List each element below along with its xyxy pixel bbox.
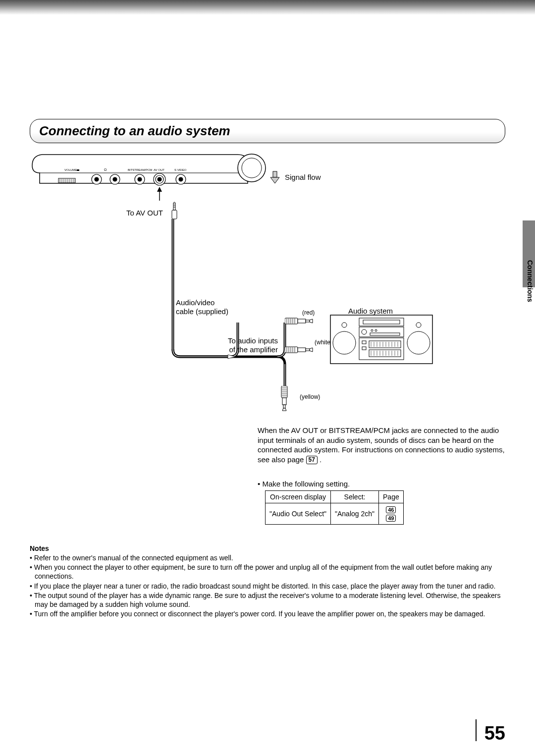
av-cable-label: Audio/video cable (supplied)	[176, 298, 228, 316]
page-ref-49: 49	[386, 515, 396, 522]
svg-rect-74	[369, 350, 401, 357]
svg-rect-49	[306, 349, 310, 351]
settings-header-onscreen: On-screen display	[266, 491, 331, 503]
section-title: Connecting to an audio system	[30, 119, 505, 143]
svg-rect-40	[298, 319, 306, 323]
svg-rect-69	[370, 333, 400, 335]
svg-point-66	[362, 329, 367, 334]
svg-rect-48	[298, 348, 306, 352]
svg-rect-56	[282, 398, 286, 405]
settings-cell-select: "Analog 2ch"	[331, 503, 379, 525]
audio-system-illustration	[329, 314, 433, 366]
yellow-label: (yellow)	[300, 393, 320, 400]
notes-list: Refer to the owner's manual of the conne…	[30, 553, 505, 618]
notes-heading: Notes	[30, 544, 505, 552]
svg-rect-64	[363, 320, 400, 324]
settings-header-select: Select:	[331, 491, 379, 503]
cable-path	[30, 148, 327, 426]
description-text-before: When the AV OUT or BITSTREAM/PCM jacks a…	[258, 426, 505, 464]
rca-plug-yellow-icon	[277, 386, 292, 421]
note-item: Turn off the amplifier before you connec…	[30, 609, 505, 618]
note-item: Refer to the owner's manual of the conne…	[30, 553, 505, 562]
svg-point-67	[371, 329, 373, 331]
svg-rect-72	[362, 347, 366, 350]
settings-cell-pages: 46 49	[379, 503, 404, 525]
connection-diagram: VOLUME Ω BITSTREAM/PCM AV OUT S VIDEO Si…	[30, 148, 505, 426]
note-item: When you connect the player to other equ…	[30, 563, 505, 581]
to-audio-inputs-label: To audio inputs of the amplifier	[228, 336, 278, 354]
svg-point-68	[375, 329, 377, 331]
rca-plug-red-icon	[285, 314, 329, 329]
side-tab-connections: Connections	[526, 260, 534, 302]
page-ref-57: 57	[306, 456, 318, 465]
svg-rect-41	[306, 320, 310, 322]
svg-point-62	[416, 323, 421, 327]
red-label: (red)	[302, 309, 315, 316]
svg-rect-57	[283, 405, 285, 408]
svg-point-61	[407, 331, 430, 354]
svg-rect-73	[369, 341, 401, 348]
page-ref-46: 46	[386, 506, 396, 513]
svg-point-60	[342, 323, 347, 327]
description-paragraph: When the AV OUT or BITSTREAM/PCM jacks a…	[258, 426, 505, 465]
svg-point-59	[333, 331, 356, 354]
setting-intro: • Make the following setting.	[258, 480, 505, 488]
settings-table: On-screen display Select: Page "Audio Ou…	[265, 490, 404, 525]
settings-header-page: Page	[379, 491, 404, 503]
page-number: 55	[484, 723, 505, 744]
note-item: The output sound of the player has a wid…	[30, 591, 505, 609]
description-text-after: .	[318, 455, 321, 464]
note-item: If you place the player near a tuner or …	[30, 582, 505, 591]
svg-rect-71	[362, 341, 366, 344]
settings-cell-onscreen: "Audio Out Select"	[266, 503, 331, 525]
